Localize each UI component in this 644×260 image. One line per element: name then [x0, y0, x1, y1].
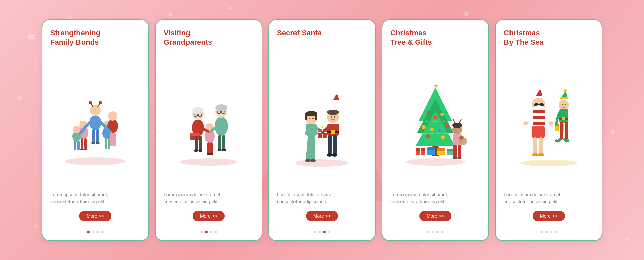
svg-point-176 [559, 100, 569, 110]
svg-point-121 [440, 113, 444, 116]
svg-rect-170 [539, 137, 543, 154]
card-5-more-button[interactable]: More >> [533, 211, 565, 221]
svg-point-156 [538, 87, 542, 90]
svg-point-124 [445, 124, 449, 128]
svg-rect-42 [74, 141, 76, 150]
svg-point-23 [89, 115, 101, 130]
dot [92, 231, 94, 233]
card-5-illustration [504, 54, 594, 189]
card-5-text: Lorem ipsum dolor sit amet, consectetur … [504, 191, 594, 205]
card-visiting-grandparents: Visiting Grandparents [155, 19, 262, 241]
svg-rect-45 [108, 138, 110, 149]
svg-point-127 [426, 134, 430, 138]
svg-point-50 [80, 148, 84, 150]
svg-point-48 [91, 142, 95, 144]
svg-text:★: ★ [321, 125, 324, 129]
svg-point-168 [549, 121, 553, 125]
svg-rect-47 [113, 132, 116, 146]
card-3-illustration: ★ [277, 54, 367, 189]
svg-point-120 [427, 111, 430, 114]
card-1-illustration [50, 54, 140, 189]
svg-rect-89 [315, 114, 317, 120]
svg-point-153 [520, 160, 577, 166]
svg-point-37 [108, 111, 117, 121]
svg-text:❄: ❄ [34, 224, 38, 229]
svg-rect-72 [199, 136, 202, 151]
svg-rect-183 [560, 122, 563, 140]
svg-point-106 [331, 116, 332, 118]
svg-point-185 [562, 104, 563, 105]
svg-point-51 [84, 148, 87, 150]
svg-point-90 [309, 118, 310, 119]
dot-active [87, 231, 90, 233]
card-1-dots [50, 231, 140, 233]
svg-rect-163 [533, 110, 545, 113]
card-4-text: Lorem ipsum dolor sit amet, consectetur … [390, 191, 480, 205]
svg-text:❄: ❄ [610, 129, 615, 136]
svg-rect-88 [305, 114, 307, 120]
svg-rect-150 [458, 145, 461, 158]
dot-active [205, 231, 208, 233]
svg-point-141 [452, 123, 462, 128]
card-3-more-button[interactable]: More >> [306, 211, 338, 221]
card-1-title: Strengthening Family Bonds [50, 28, 140, 48]
svg-text:❄: ❄ [27, 32, 35, 42]
svg-text:★: ★ [433, 82, 439, 90]
dot [210, 231, 212, 233]
svg-point-81 [207, 153, 210, 155]
svg-point-148 [461, 136, 464, 139]
svg-text:❄: ❄ [168, 11, 173, 18]
svg-point-171 [532, 153, 538, 156]
svg-rect-174 [560, 97, 568, 99]
svg-rect-39 [96, 129, 99, 143]
svg-rect-108 [328, 135, 332, 155]
svg-rect-184 [565, 122, 568, 140]
svg-rect-46 [110, 132, 113, 146]
card-4-dots [390, 231, 480, 233]
svg-rect-38 [92, 129, 95, 143]
card-2-dots [164, 231, 254, 233]
svg-point-172 [538, 153, 544, 156]
svg-point-175 [564, 89, 567, 92]
card-1-text: Lorem ipsum dolor sit amet, consectetur … [50, 191, 140, 205]
card-secret-santa: Secret Santa [268, 19, 376, 241]
svg-point-128 [441, 135, 445, 139]
dot [318, 231, 321, 233]
card-2-more-button[interactable]: More >> [193, 211, 225, 221]
svg-point-126 [438, 129, 441, 132]
svg-point-49 [96, 142, 100, 144]
svg-rect-177 [559, 109, 568, 123]
card-christmas-sea: Christmas By The Sea [495, 19, 602, 241]
svg-rect-44 [105, 138, 107, 149]
svg-rect-76 [210, 142, 213, 154]
svg-point-105 [327, 110, 339, 115]
cards-container: Strengthening Family Bonds [42, 19, 602, 241]
svg-point-82 [210, 153, 213, 155]
svg-rect-40 [81, 138, 83, 149]
svg-point-56 [192, 107, 204, 114]
svg-rect-179 [562, 117, 565, 120]
svg-point-125 [430, 128, 434, 131]
svg-point-123 [422, 125, 426, 129]
dot [101, 231, 104, 233]
svg-rect-71 [195, 136, 198, 151]
svg-rect-169 [533, 137, 537, 154]
svg-text:❄: ❄ [17, 94, 23, 102]
dot [545, 231, 548, 233]
dot [550, 231, 552, 233]
card-4-title: Christmas Tree & Gifts [390, 28, 480, 48]
card-4-illustration: ★ [390, 54, 480, 189]
svg-rect-75 [207, 142, 210, 154]
svg-point-113 [310, 159, 316, 162]
svg-rect-164 [533, 116, 545, 119]
dot [436, 231, 439, 233]
svg-point-22 [65, 157, 125, 165]
card-4-more-button[interactable]: More >> [419, 211, 451, 221]
svg-point-152 [457, 157, 461, 159]
card-1-more-button[interactable]: More >> [79, 211, 111, 221]
svg-point-100 [335, 91, 339, 95]
dot [200, 231, 203, 233]
svg-point-111 [332, 153, 337, 157]
card-3-title: Secret Santa [277, 28, 367, 48]
svg-point-107 [334, 116, 335, 118]
